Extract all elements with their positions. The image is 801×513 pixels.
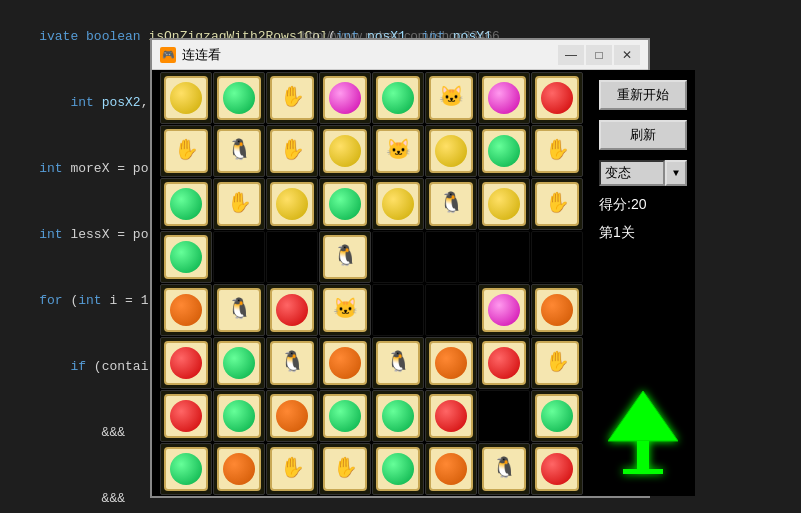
- cell-7-1[interactable]: [213, 443, 265, 495]
- cell-4-7[interactable]: [531, 284, 583, 336]
- cell-3-2: [266, 231, 318, 283]
- cell-7-4[interactable]: [372, 443, 424, 495]
- dropdown-arrow-icon[interactable]: ▼: [665, 160, 687, 186]
- cell-5-2[interactable]: 🐧: [266, 337, 318, 389]
- triangle-svg: [608, 386, 678, 476]
- cell-0-5[interactable]: 🐱: [425, 72, 477, 124]
- cell-0-4[interactable]: [372, 72, 424, 124]
- cell-4-5: [425, 284, 477, 336]
- score-value: 20: [631, 196, 647, 212]
- cell-6-5[interactable]: [425, 390, 477, 442]
- cell-4-3[interactable]: 🐱: [319, 284, 371, 336]
- cell-6-2[interactable]: [266, 390, 318, 442]
- cell-7-7[interactable]: [531, 443, 583, 495]
- close-button[interactable]: ✕: [614, 45, 640, 65]
- cell-4-1[interactable]: 🐧: [213, 284, 265, 336]
- cell-5-0[interactable]: [160, 337, 212, 389]
- cell-5-6[interactable]: [478, 337, 530, 389]
- level-label: 第: [599, 224, 613, 240]
- level-value: 1: [613, 224, 621, 240]
- cell-4-6[interactable]: [478, 284, 530, 336]
- svg-rect-2: [623, 469, 663, 474]
- cell-7-6[interactable]: 🐧: [478, 443, 530, 495]
- cell-2-4[interactable]: [372, 178, 424, 230]
- cell-4-4: [372, 284, 424, 336]
- window-title: 连连看: [182, 46, 558, 64]
- cell-1-6[interactable]: [478, 125, 530, 177]
- window-icon: 🎮: [160, 47, 176, 63]
- cell-2-3[interactable]: [319, 178, 371, 230]
- side-panel: 重新开始 刷新 变态 ▼ 得分:20 第1关: [591, 70, 695, 496]
- cell-0-0[interactable]: [160, 72, 212, 124]
- cell-7-3[interactable]: ✋: [319, 443, 371, 495]
- cell-1-3[interactable]: [319, 125, 371, 177]
- mode-dropdown[interactable]: 变态 ▼: [599, 160, 687, 186]
- cell-6-4[interactable]: [372, 390, 424, 442]
- cell-7-2[interactable]: ✋: [266, 443, 318, 495]
- cell-1-0[interactable]: ✋: [160, 125, 212, 177]
- cell-1-4[interactable]: 🐱: [372, 125, 424, 177]
- cell-6-0[interactable]: [160, 390, 212, 442]
- game-window: 🎮 连连看 — □ ✕ ✋🐱✋🐧✋🐱✋✋🐧✋🐧🐧🐱🐧🐧✋✋✋🐧 重新开始 刷新 …: [150, 38, 650, 498]
- cell-5-3[interactable]: [319, 337, 371, 389]
- cell-1-2[interactable]: ✋: [266, 125, 318, 177]
- cell-0-6[interactable]: [478, 72, 530, 124]
- title-bar[interactable]: 🎮 连连看 — □ ✕: [152, 40, 648, 70]
- cell-0-2[interactable]: ✋: [266, 72, 318, 124]
- cell-2-1[interactable]: ✋: [213, 178, 265, 230]
- cell-1-5[interactable]: [425, 125, 477, 177]
- cell-6-3[interactable]: [319, 390, 371, 442]
- level-display: 第1关: [599, 224, 687, 242]
- cell-2-0[interactable]: [160, 178, 212, 230]
- cell-2-2[interactable]: [266, 178, 318, 230]
- cell-7-0[interactable]: [160, 443, 212, 495]
- cell-0-3[interactable]: [319, 72, 371, 124]
- grid-area: ✋🐱✋🐧✋🐱✋✋🐧✋🐧🐧🐱🐧🐧✋✋✋🐧: [152, 70, 591, 496]
- cell-3-5: [425, 231, 477, 283]
- cell-1-1[interactable]: 🐧: [213, 125, 265, 177]
- refresh-button[interactable]: 刷新: [599, 120, 687, 150]
- cell-3-7: [531, 231, 583, 283]
- cell-3-6: [478, 231, 530, 283]
- mode-label: 变态: [599, 160, 665, 186]
- cell-6-6: [478, 390, 530, 442]
- cell-6-1[interactable]: [213, 390, 265, 442]
- maximize-button[interactable]: □: [586, 45, 612, 65]
- cell-3-0[interactable]: [160, 231, 212, 283]
- score-label: 得分:: [599, 196, 631, 212]
- svg-rect-1: [637, 441, 649, 469]
- cell-3-3[interactable]: 🐧: [319, 231, 371, 283]
- game-grid: ✋🐱✋🐧✋🐱✋✋🐧✋🐧🐧🐱🐧🐧✋✋✋🐧: [160, 72, 583, 495]
- cell-0-7[interactable]: [531, 72, 583, 124]
- cell-2-6[interactable]: [478, 178, 530, 230]
- cell-5-5[interactable]: [425, 337, 477, 389]
- level-suffix: 关: [621, 224, 635, 240]
- cell-2-5[interactable]: 🐧: [425, 178, 477, 230]
- cell-4-0[interactable]: [160, 284, 212, 336]
- cell-7-5[interactable]: [425, 443, 477, 495]
- cell-3-1: [213, 231, 265, 283]
- triangle-decoration: [608, 386, 678, 486]
- cell-3-4: [372, 231, 424, 283]
- cell-5-1[interactable]: [213, 337, 265, 389]
- cell-2-7[interactable]: ✋: [531, 178, 583, 230]
- cell-1-7[interactable]: ✋: [531, 125, 583, 177]
- cell-5-4[interactable]: 🐧: [372, 337, 424, 389]
- cell-6-7[interactable]: [531, 390, 583, 442]
- game-content: ✋🐱✋🐧✋🐱✋✋🐧✋🐧🐧🐱🐧🐧✋✋✋🐧 重新开始 刷新 变态 ▼ 得分:20 第…: [152, 70, 648, 496]
- cell-5-7[interactable]: ✋: [531, 337, 583, 389]
- minimize-button[interactable]: —: [558, 45, 584, 65]
- title-controls: — □ ✕: [558, 45, 640, 65]
- restart-button[interactable]: 重新开始: [599, 80, 687, 110]
- score-display: 得分:20: [599, 196, 687, 214]
- cell-0-1[interactable]: [213, 72, 265, 124]
- cell-4-2[interactable]: [266, 284, 318, 336]
- svg-marker-0: [608, 391, 678, 441]
